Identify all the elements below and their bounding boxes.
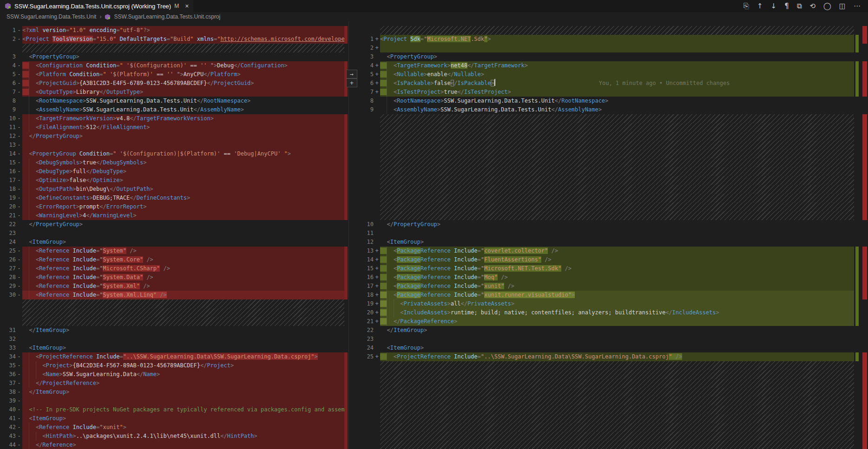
code-line[interactable]: 37- </ProjectReference> [0, 379, 348, 388]
code-line[interactable]: 23 [0, 229, 348, 238]
compare-icon[interactable]: ◯ [823, 2, 831, 10]
code-line[interactable]: 27- <Reference Include="Microsoft.CSharp… [0, 264, 348, 273]
more-actions-icon[interactable]: ⋯ [854, 2, 861, 10]
diff-filler-row [349, 26, 868, 35]
close-tab-icon[interactable]: × [185, 2, 189, 10]
code-line[interactable]: 36- <Name>SSW.SugarLearning.Data</Name> [0, 370, 348, 379]
code-line[interactable]: 5+ <Nullable>enable</Nullable> [349, 70, 868, 79]
indent-guide [29, 88, 29, 97]
code-line[interactable]: 29- <Reference Include="System.Xml" /> [0, 282, 348, 291]
code-line[interactable]: 44- </Reference> [0, 441, 348, 449]
code-line[interactable]: 6- <ProjectGuid>{A3B1C2D3-E4F5-6789-0123… [0, 79, 348, 88]
diff-sign [374, 97, 380, 105]
code-line[interactable]: 25+ <ProjectReference Include="..\SSW.Su… [349, 352, 868, 361]
code-text [380, 335, 854, 344]
code-line[interactable]: 35- <Project>{B4C2D3E4-F567-89AB-0123-45… [0, 361, 348, 370]
indent-guide [387, 88, 387, 97]
code-line[interactable]: 13- [0, 141, 348, 150]
code-line[interactable]: 9 <AssemblyName>SSW.SugarLearning.Data.T… [0, 105, 348, 114]
previous-change-icon[interactable]: ↑ [757, 2, 763, 10]
code-line[interactable]: 30- <Reference Include="System.Xml.Linq"… [0, 291, 348, 299]
code-line[interactable]: 32 [0, 335, 348, 344]
code-line[interactable]: 13+ <PackageReference Include="coverlet.… [349, 247, 868, 255]
code-line[interactable]: 33 <ItemGroup> [0, 344, 348, 352]
code-line[interactable]: 9 <AssemblyName>SSW.SugarLearning.Data.T… [349, 105, 868, 114]
code-line[interactable]: 24 <ItemGroup> [349, 344, 868, 352]
code-line[interactable]: 31 </ItemGroup> [0, 326, 348, 335]
original-editor-pane[interactable]: 1-<?xml version="1.0" encoding="utf-8"?>… [0, 21, 348, 449]
code-line[interactable]: 39- [0, 397, 348, 405]
code-line[interactable]: 5- <Platform Condition=" '$(Platform)' =… [0, 70, 348, 79]
code-line[interactable]: 12 <ItemGroup> [349, 238, 868, 247]
code-line[interactable]: 16- <DebugType>full</DebugType> [0, 167, 348, 176]
code-line[interactable]: 20- <ErrorReport>prompt</ErrorReport> [0, 202, 348, 211]
code-line[interactable]: 11 [349, 229, 868, 238]
code-line[interactable]: 12- </PropertyGroup> [0, 132, 348, 141]
code-line[interactable]: 15- <DebugSymbols>true</DebugSymbols> [0, 158, 348, 167]
code-line[interactable]: 16+ <PackageReference Include="Moq" /> [349, 273, 868, 282]
editor-tab[interactable]: SSW.SugarLearning.Data.Tests.Unit.csproj… [0, 0, 193, 12]
modified-editor-pane[interactable]: 1+<Project Sdk="Microsoft.NET.Sdk">2+3 <… [349, 21, 868, 449]
code-line[interactable]: 21- <WarningLevel>4</WarningLevel> [0, 211, 348, 220]
code-line[interactable]: 19+ <PrivateAssets>all</PrivateAssets> [349, 299, 868, 308]
code-line[interactable]: 7- <OutputType>Library</OutputType> [0, 88, 348, 97]
code-line[interactable]: 17- <Optimize>false</Optimize> [0, 176, 348, 185]
code-line[interactable]: 18+ <PackageReference Include="xunit.run… [349, 291, 868, 299]
next-change-icon[interactable]: ↓ [771, 2, 777, 10]
code-line[interactable]: 17+ <PackageReference Include="xunit" /> [349, 282, 868, 291]
diff-overview-ruler[interactable] [862, 21, 867, 449]
diff-sign [16, 97, 22, 105]
code-line[interactable]: 10- <TargetFrameworkVersion>v4.8</Target… [0, 114, 348, 123]
code-line[interactable]: 2-<Project ToolsVersion="15.0" DefaultTa… [0, 35, 348, 44]
code-line[interactable]: 22 </ItemGroup> [349, 326, 868, 335]
modified-overview-ruler[interactable] [855, 21, 859, 449]
revert-icon[interactable]: ⟲ [809, 2, 815, 10]
code-text: <IsTestProject>true</IsTestProject> [380, 88, 854, 97]
split-editor-icon[interactable]: ◫ [839, 2, 846, 10]
code-line[interactable]: 8 <RootNamespace>SSW.SugarLearning.Data.… [349, 97, 868, 105]
code-line[interactable]: 10 </PropertyGroup> [349, 220, 868, 229]
code-line[interactable]: 1+<Project Sdk="Microsoft.NET.Sdk"> [349, 35, 868, 44]
render-whitespace-icon[interactable]: ¶ [784, 2, 789, 10]
code-line[interactable]: 8 <RootNamespace>SSW.SugarLearning.Data.… [0, 97, 348, 105]
code-line[interactable]: 41- <ItemGroup> [0, 414, 348, 423]
code-line[interactable]: 1-<?xml version="1.0" encoding="utf-8"?> [0, 26, 348, 35]
code-line[interactable]: 20+ <IncludeAssets>runtime; build; nativ… [349, 308, 868, 317]
code-line[interactable]: 3 <PropertyGroup> [349, 52, 868, 61]
code-line[interactable]: 4+ <TargetFramework>net48</TargetFramewo… [349, 61, 868, 70]
code-line[interactable]: 14- <PropertyGroup Condition=" '$(Config… [0, 150, 348, 158]
code-line[interactable]: 23 [349, 335, 868, 344]
copy-deleted-lines-button[interactable]: → [346, 70, 357, 78]
code-line[interactable]: 18- <OutputPath>bin\Debug\</OutputPath> [0, 185, 348, 194]
code-line[interactable]: 26- <Reference Include="System.Core" /> [0, 255, 348, 264]
code-line[interactable]: 21+ </PackageReference> [349, 317, 868, 326]
breadcrumb-folder[interactable]: SSW.SugarLearning.Data.Tests.Unit [7, 13, 96, 20]
code-line[interactable]: 7+ <IsTestProject>true</IsTestProject> [349, 88, 868, 97]
breadcrumb-file[interactable]: SSW.SugarLearning.Data.Tests.Unit.csproj [114, 13, 220, 20]
indent-guide [387, 255, 387, 264]
code-text: <Configuration Condition=" '$(Configurat… [22, 61, 344, 70]
code-line[interactable]: 25- <Reference Include="System" /> [0, 247, 348, 255]
ruler-mark [855, 61, 859, 97]
code-line[interactable]: 38- </ItemGroup> [0, 388, 348, 397]
code-line[interactable]: 22 </PropertyGroup> [0, 220, 348, 229]
add-change-button[interactable]: + [346, 78, 357, 87]
code-line[interactable]: 6+ <IsPackable>false</IsPackable>You, 1 … [349, 79, 868, 88]
code-line[interactable]: 11- <FileAlignment>512</FileAlignment> [0, 123, 348, 132]
code-line[interactable]: 19- <DefineConstants>DEBUG;TRACE</Define… [0, 194, 348, 202]
code-line[interactable]: 14+ <PackageReference Include="FluentAss… [349, 255, 868, 264]
code-line[interactable]: 4- <Configuration Condition=" '$(Configu… [0, 61, 348, 70]
code-line[interactable]: 43- <HintPath>..\packages\xunit.2.4.1\li… [0, 432, 348, 441]
code-line[interactable]: 34- <ProjectReference Include="..\SSW.Su… [0, 352, 348, 361]
code-line[interactable]: 40- <!-- In pre-SDK projects NuGet packa… [0, 405, 348, 414]
code-line[interactable]: 24 <ItemGroup> [0, 238, 348, 247]
code-line[interactable]: 42- <Reference Include="xunit"> [0, 423, 348, 432]
code-text: <Reference Include="System" /> [22, 247, 344, 255]
open-file-icon[interactable]: ⎘ [743, 2, 749, 10]
collapse-unchanged-regions-icon[interactable]: ⧉ [797, 2, 802, 10]
code-line[interactable]: 28- <Reference Include="System.Data" /> [0, 273, 348, 282]
code-line[interactable]: 3 <PropertyGroup> [0, 52, 348, 61]
code-line[interactable]: 2+ [349, 44, 868, 52]
code-line[interactable]: 15+ <PackageReference Include="Microsoft… [349, 264, 868, 273]
code-text [22, 141, 344, 150]
